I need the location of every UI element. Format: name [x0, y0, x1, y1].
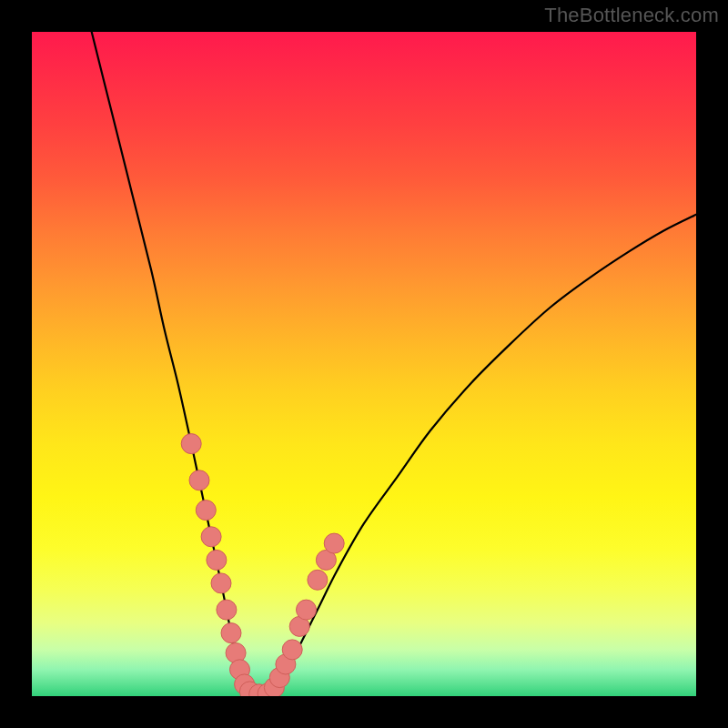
data-marker — [181, 434, 201, 454]
data-marker — [211, 573, 231, 593]
data-marker — [189, 470, 209, 490]
chart-svg — [32, 32, 696, 696]
chart-frame: TheBottleneck.com — [0, 0, 728, 728]
data-marker — [196, 500, 216, 521]
data-marker — [217, 600, 237, 620]
data-marker — [201, 527, 221, 547]
marker-group — [181, 434, 344, 696]
data-marker — [282, 640, 302, 660]
plot-area — [32, 32, 696, 696]
data-marker — [207, 550, 227, 570]
data-marker — [308, 570, 328, 590]
bottleneck-curve — [92, 32, 696, 696]
data-marker — [297, 600, 317, 620]
data-marker — [221, 623, 241, 643]
data-marker — [324, 533, 344, 553]
watermark-text: TheBottleneck.com — [544, 4, 719, 27]
